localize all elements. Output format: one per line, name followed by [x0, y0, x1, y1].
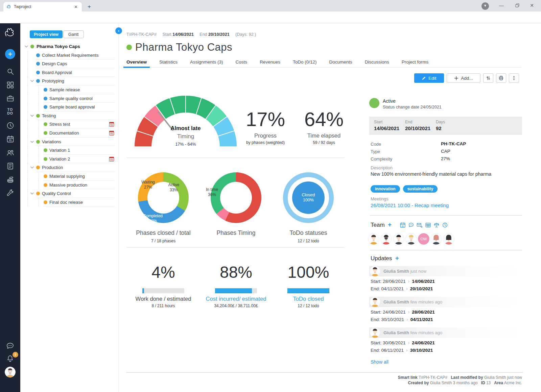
update-item: Giulia Smith few minutes ago Start: 30/0…	[369, 327, 522, 353]
calendar-icon[interactable]: 31	[0, 135, 20, 143]
tree-item-final-doc-release[interactable]: Final doc release	[20, 198, 119, 207]
people-icon[interactable]	[0, 148, 20, 157]
todo-icon[interactable]: TODO	[0, 108, 20, 115]
todo-statuses-donut-chart: Closed 100%	[283, 172, 334, 223]
window-close-button[interactable]: ✕	[525, 0, 539, 11]
team-avatar[interactable]: OW	[418, 233, 429, 245]
chevron-down-icon[interactable]	[30, 80, 34, 82]
expenses-icon[interactable]	[0, 175, 20, 184]
window-restore-button[interactable]	[511, 0, 524, 11]
chat-icon[interactable]	[0, 341, 20, 350]
chevron-down-icon[interactable]	[30, 141, 34, 143]
window-minimize-button[interactable]: —	[495, 0, 508, 11]
team-mail-icon[interactable]	[417, 222, 423, 228]
page-title: Pharma Tokyo Caps	[135, 41, 232, 53]
tab-statistics[interactable]: Statistics	[159, 57, 178, 67]
update-end-change: End: 30/10/2021›04/11/2021	[371, 317, 522, 322]
user-avatar[interactable]	[0, 367, 20, 377]
chevron-down-icon[interactable]	[30, 192, 34, 195]
tab-assignments-3[interactable]: Assignments (3)	[190, 57, 223, 67]
add-button[interactable]	[5, 49, 15, 59]
tree-item-sample-release[interactable]: Sample release	[20, 85, 119, 94]
gantt-button[interactable]: Gantt	[63, 30, 84, 38]
team-avatar[interactable]	[443, 233, 454, 245]
gauge-title: Timing	[132, 133, 239, 140]
tree-item-board-approval[interactable]: Board Approval	[20, 68, 119, 77]
tree-item-design-caps[interactable]: Design Caps	[20, 59, 119, 68]
more-options-kebab-icon[interactable]	[509, 73, 519, 83]
media-controls-button[interactable]: ▼	[481, 2, 489, 10]
team-avatar[interactable]	[368, 233, 379, 245]
status-label: Active	[383, 98, 396, 104]
team-avatar[interactable]	[393, 233, 404, 245]
tree-item-stress-test[interactable]: Stress test31	[20, 120, 119, 129]
tab-costs[interactable]: Costs	[236, 57, 248, 67]
project-status-dot	[126, 45, 132, 50]
print-button[interactable]	[496, 73, 506, 83]
tab-documents[interactable]: Documents	[329, 57, 352, 67]
tab-close-icon[interactable]: ✕	[73, 4, 79, 9]
add-update-button[interactable]: +	[395, 254, 399, 262]
tree-item-massive-production[interactable]: Massive production	[20, 181, 119, 190]
donut-slice-label: In time36%	[202, 187, 222, 197]
tree-item-production[interactable]: Production	[20, 163, 119, 172]
twproject-logo-icon[interactable]	[0, 27, 20, 40]
tab-revenues[interactable]: Revenues	[260, 57, 280, 67]
tree-item-quality-control[interactable]: Quality Control	[20, 189, 119, 198]
notifications-bell-icon[interactable]: 9	[0, 354, 20, 363]
tree-item-sample-quality-control[interactable]: Sample quality control	[20, 94, 119, 103]
new-tab-button[interactable]: +	[85, 3, 93, 11]
tab-project-forms[interactable]: Project forms	[402, 57, 429, 67]
team-avatar[interactable]	[380, 233, 392, 245]
tree-item-documentation[interactable]: Documentation31	[20, 129, 119, 138]
project-view-button[interactable]: Project view	[30, 30, 63, 38]
tab-discussions[interactable]: Discussions	[365, 57, 389, 67]
tree-item-material-supplying[interactable]: Material supplying	[20, 172, 119, 181]
cost-label[interactable]: Cost incurred/ estimated	[195, 296, 277, 302]
projects-icon[interactable]	[0, 94, 20, 103]
status-dot-orange	[44, 183, 47, 187]
add-menu-button[interactable]: Add...	[447, 73, 480, 83]
add-team-member-button[interactable]: +	[388, 221, 392, 228]
team-avatar[interactable]	[405, 233, 417, 245]
show-all-link[interactable]: Show all	[371, 359, 389, 365]
search-icon[interactable]	[0, 67, 20, 76]
sort-button[interactable]	[483, 73, 493, 83]
tree-item-pharma-tokyo-caps[interactable]: Pharma Tokyo Caps	[20, 42, 119, 51]
edit-button[interactable]: Edit	[414, 73, 444, 83]
chevron-down-icon[interactable]	[25, 45, 28, 48]
notes-icon[interactable]	[0, 162, 20, 170]
team-chat-icon[interactable]	[408, 222, 414, 228]
status-dot-orange	[44, 174, 47, 178]
team-table-icon[interactable]	[425, 222, 431, 228]
tree-item-variation-2[interactable]: Variation 231	[20, 155, 119, 164]
milestone-calendar-icon: 31	[109, 131, 114, 136]
meeting-link[interactable]: 26/08/2021 10:00 - Recap meeting	[371, 202, 449, 208]
tree-item-variations[interactable]: Variations	[20, 138, 119, 146]
todo-closed-label[interactable]: ToDo closed	[268, 296, 349, 302]
donut-title: ToDo statuses	[271, 229, 346, 237]
chevron-down-icon[interactable]	[30, 115, 34, 117]
milestone-calendar-icon: 31	[109, 157, 114, 162]
tab-todo-0-12[interactable]: ToDo (0/12)	[293, 57, 317, 67]
dashboard-icon[interactable]	[0, 81, 20, 89]
tree-item-collect-market-requirements[interactable]: Collect Market Requirements	[20, 51, 119, 60]
browser-tab[interactable]: Twproject ✕	[3, 2, 82, 11]
tag-pill[interactable]: innovation	[371, 185, 400, 193]
clock-icon[interactable]	[0, 121, 20, 130]
team-clock-icon[interactable]	[442, 222, 448, 228]
tag-pill[interactable]: sustainability	[403, 185, 438, 193]
tools-icon[interactable]	[0, 189, 20, 197]
tree-item-prototyping[interactable]: Prototyping	[20, 77, 119, 85]
tab-overview[interactable]: Overview	[126, 57, 147, 67]
status-dot-green	[44, 131, 47, 135]
team-scales-icon[interactable]	[433, 222, 440, 228]
update-item: Giulia Smith few minutes ago Start: 24/0…	[369, 297, 522, 322]
tree-item-variation-1[interactable]: Variation 1	[20, 146, 119, 155]
chevron-down-icon[interactable]	[30, 166, 34, 169]
collapse-sidebar-button[interactable]: ‹	[115, 27, 122, 34]
tree-item-sample-board-approval[interactable]: Sample board approval	[20, 103, 119, 112]
team-avatar[interactable]	[430, 233, 442, 245]
tree-item-testing[interactable]: Testing	[20, 112, 119, 120]
team-calendar-icon[interactable]: 31	[400, 222, 406, 228]
